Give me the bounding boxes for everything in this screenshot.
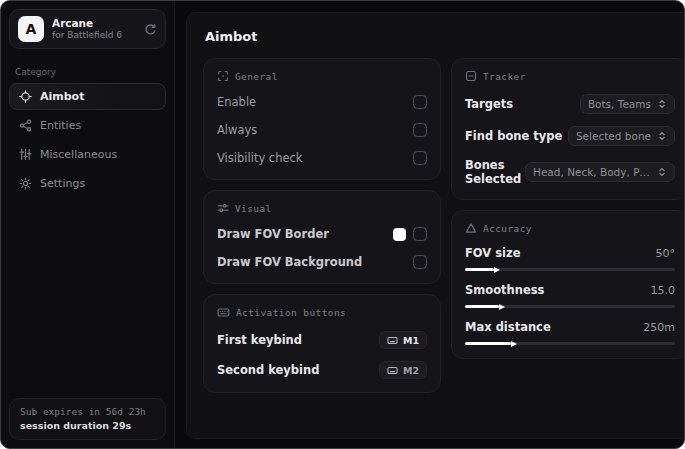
category-label: Category: [15, 67, 160, 77]
network-nodes-icon: [19, 119, 32, 132]
dropdown-label: Targets: [465, 97, 513, 111]
always-checkbox[interactable]: [413, 123, 427, 137]
content-wrap: Aimbot General: [175, 1, 685, 448]
card-title-label: Accuracy: [483, 223, 532, 234]
slider-label: Max distance: [465, 320, 551, 334]
setting-row: Visibility check: [217, 150, 427, 166]
crosshair-icon: [19, 90, 32, 103]
slider-value: 50°: [656, 247, 676, 260]
max-distance-slider[interactable]: [465, 342, 675, 345]
refresh-icon[interactable]: [144, 23, 157, 36]
logo-letter: A: [26, 21, 37, 37]
accuracy-card: Accuracy FOV size 50°: [451, 210, 685, 359]
app-logo: A: [18, 16, 44, 42]
smoothness-slider[interactable]: [465, 305, 675, 308]
keyboard-icon: [217, 306, 230, 319]
slider-fill[interactable]: [465, 342, 511, 345]
sidebar-item-label: Entities: [40, 119, 81, 132]
slider-value: 15.0: [651, 284, 676, 297]
chevrons-up-down-icon: [657, 131, 667, 141]
setting-label: Always: [217, 123, 257, 137]
sidebar-item-miscellaneous[interactable]: Miscellaneous: [9, 141, 166, 168]
setting-label: Enable: [217, 95, 256, 109]
card-title-label: General: [235, 71, 278, 82]
fov-size-slider[interactable]: [465, 268, 675, 271]
sidebar: A Arcane for Battlefield 6 Category: [1, 1, 175, 448]
keybind-row: First keybind M1: [217, 331, 427, 349]
sidebar-item-entities[interactable]: Entities: [9, 112, 166, 139]
slider-label: Smoothness: [465, 283, 544, 297]
frame-minus-icon: [465, 70, 477, 82]
triangle-icon: [465, 222, 477, 234]
fov-border-color-swatch[interactable]: [393, 228, 406, 241]
draw-fov-background-checkbox[interactable]: [413, 255, 427, 269]
sliders-horizontal-icon: [217, 202, 229, 214]
slider-value: 250m: [643, 321, 675, 334]
session-duration-text: session duration 29s: [20, 420, 155, 431]
first-keybind-button[interactable]: M1: [379, 331, 427, 349]
slider-fill[interactable]: [465, 305, 499, 308]
brand-card: A Arcane for Battlefield 6: [9, 9, 166, 49]
sidebar-item-aimbot[interactable]: Aimbot: [9, 83, 166, 110]
card-title-label: Visual: [235, 203, 272, 214]
sidebar-item-settings[interactable]: Settings: [9, 170, 166, 197]
slider-fill[interactable]: [465, 268, 494, 271]
keybind-value: M2: [403, 365, 419, 376]
setting-row: Draw FOV Background: [217, 254, 427, 270]
enable-checkbox[interactable]: [413, 95, 427, 109]
keybind-label: First keybind: [217, 333, 302, 347]
keyboard-icon: [387, 335, 398, 346]
setting-label: Draw FOV Border: [217, 227, 329, 241]
keybind-label: Second keybind: [217, 363, 319, 377]
setting-label: Visibility check: [217, 151, 303, 165]
keybind-row: Second keybind M2: [217, 361, 427, 379]
sidebar-item-label: Miscellaneous: [40, 148, 117, 161]
dropdown-row: Find bone type Selected bone: [465, 126, 675, 146]
tracker-card: Tracker Targets Bots, Teams: [451, 58, 685, 200]
general-card: General Enable Always Visibility check: [203, 58, 441, 180]
card-title-label: Tracker: [483, 71, 526, 82]
slider-label: FOV size: [465, 246, 521, 260]
dropdown-row: Targets Bots, Teams: [465, 94, 675, 114]
dropdown-value: Selected bone: [576, 130, 651, 142]
draw-fov-border-checkbox[interactable]: [413, 227, 427, 241]
dropdown-value: Head, Neck, Body, Pe...: [533, 166, 651, 178]
app-name: Arcane: [52, 17, 136, 30]
find-bone-type-dropdown[interactable]: Selected bone: [568, 126, 675, 146]
subscription-card: Sub expires in 56d 23h session duration …: [9, 398, 166, 440]
sub-expires-text: Sub expires in 56d 23h: [20, 406, 155, 417]
corners-icon: [217, 70, 229, 82]
dropdown-row: Bones Selected Head, Neck, Body, Pe...: [465, 158, 675, 186]
visual-card: Visual Draw FOV Border Draw FOV Backgrou…: [203, 190, 441, 284]
targets-dropdown[interactable]: Bots, Teams: [580, 94, 675, 114]
app-window: A Arcane for Battlefield 6 Category: [0, 0, 685, 449]
sliders-vertical-icon: [19, 148, 32, 161]
setting-row: Always: [217, 122, 427, 138]
sidebar-nav: Aimbot Entities Miscellaneous: [1, 83, 174, 199]
dropdown-label: Find bone type: [465, 129, 562, 143]
app-subtitle: for Battlefield 6: [52, 30, 136, 41]
second-keybind-button[interactable]: M2: [379, 361, 427, 379]
right-column: Tracker Targets Bots, Teams: [451, 58, 685, 359]
smoothness-slider-group: Smoothness 15.0: [465, 283, 675, 308]
brand-text: Arcane for Battlefield 6: [52, 17, 136, 41]
gear-icon: [19, 177, 32, 190]
left-column: General Enable Always Visibility check: [203, 58, 441, 393]
chevrons-up-down-icon: [657, 167, 667, 177]
chevrons-up-down-icon: [657, 99, 667, 109]
fov-size-slider-group: FOV size 50°: [465, 246, 675, 271]
sidebar-item-label: Settings: [40, 177, 85, 190]
page-title: Aimbot: [205, 29, 685, 44]
keyboard-icon: [387, 365, 398, 376]
keybind-value: M1: [403, 335, 419, 346]
dropdown-label: Bones Selected: [465, 158, 525, 186]
dropdown-value: Bots, Teams: [588, 98, 651, 110]
content-panel: Aimbot General: [186, 12, 685, 439]
visibility-check-checkbox[interactable]: [413, 151, 427, 165]
setting-label: Draw FOV Background: [217, 255, 362, 269]
bones-selected-dropdown[interactable]: Head, Neck, Body, Pe...: [525, 162, 675, 182]
setting-row: Enable: [217, 94, 427, 110]
setting-row: Draw FOV Border: [217, 226, 427, 242]
activation-card: Activation buttons First keybind M1: [203, 294, 441, 393]
card-title-label: Activation buttons: [236, 307, 346, 318]
